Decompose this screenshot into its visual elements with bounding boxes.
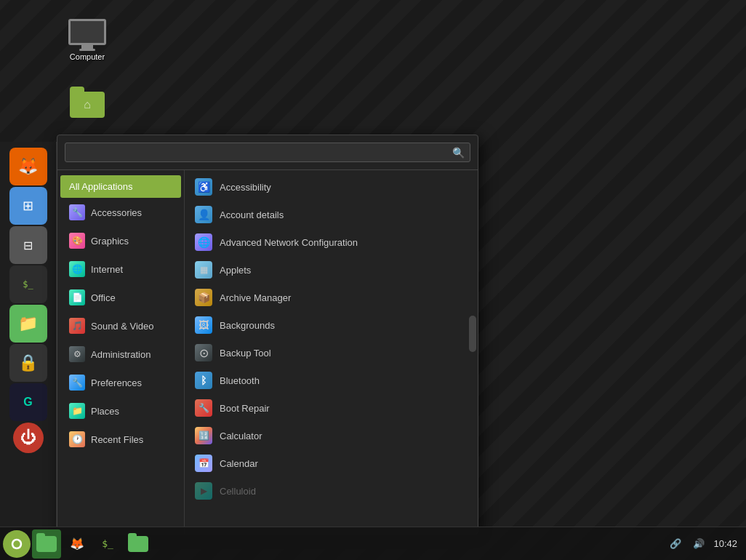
category-internet[interactable]: 🌐 Internet — [60, 255, 181, 283]
app-label: Accessibility — [220, 182, 271, 193]
search-input[interactable] — [65, 143, 470, 162]
app-item-calendar[interactable]: 📅 Calendar — [185, 449, 478, 477]
sidebar-icon-power[interactable]: ⏻ — [13, 423, 44, 453]
sidebar: 🦊 ⊞ ⊟ $_ 📁 🔒 G ⏻ — [0, 142, 57, 527]
taskbar-firefox[interactable]: 🦊 — [63, 529, 92, 559]
applets-app-icon: ▦ — [195, 261, 212, 279]
taskbar-files-green[interactable] — [32, 529, 61, 559]
desktop-icon-home[interactable] — [65, 87, 109, 122]
app-item-applets[interactable]: ▦ Applets — [185, 256, 478, 284]
app-item-backup[interactable]: ⊙ Backup Tool — [185, 339, 478, 367]
apps-list: ♿ Accessibility 👤 Account details 🌐 Adva… — [185, 170, 478, 534]
app-item-bluetooth[interactable]: ᛒ Bluetooth — [185, 367, 478, 394]
app-menu: 🔍 All Applications 🔧 Accessories 🎨 Graph… — [57, 135, 478, 535]
app-label: Account details — [220, 209, 284, 220]
category-label: Accessories — [91, 207, 142, 218]
app-item-backgrounds[interactable]: 🖼 Backgrounds — [185, 311, 478, 339]
recent-icon: 🕐 — [69, 431, 85, 447]
clock[interactable]: 10:42 — [713, 538, 737, 549]
admin-icon: ⚙ — [69, 346, 85, 362]
category-label: Preferences — [91, 377, 142, 388]
category-soundvideo[interactable]: 🎵 Sound & Video — [60, 312, 181, 340]
sidebar-icon-lock[interactable]: 🔒 — [9, 344, 47, 382]
backup-app-icon: ⊙ — [195, 344, 212, 361]
taskbar: 🦊 $_ 🔗 🔊 10:42 — [0, 527, 746, 560]
volume-tray-icon[interactable]: 🔊 — [690, 535, 707, 552]
app-item-celluloid[interactable]: ▶ Celluloid — [185, 477, 478, 505]
category-graphics[interactable]: 🎨 Graphics — [60, 227, 181, 255]
category-label: Internet — [91, 264, 123, 275]
menu-body: All Applications 🔧 Accessories 🎨 Graphic… — [57, 170, 478, 534]
search-bar: 🔍 — [57, 135, 478, 170]
calculator-app-icon: 🔢 — [195, 427, 212, 444]
category-places[interactable]: 📁 Places — [60, 397, 181, 425]
taskbar-terminal[interactable]: $_ — [93, 529, 122, 559]
scrollbar-thumb[interactable] — [469, 316, 476, 352]
start-menu-button[interactable] — [3, 530, 31, 558]
app-label: Applets — [220, 265, 251, 276]
sidebar-icon-files[interactable]: 📁 — [9, 305, 47, 343]
app-item-network[interactable]: 🌐 Advanced Network Configuration — [185, 228, 478, 256]
computer-label: Computer — [70, 52, 105, 61]
taskbar-left: 🦊 $_ — [0, 529, 153, 559]
app-label: Celluloid — [220, 486, 256, 497]
app-item-calculator[interactable]: 🔢 Calculator — [185, 422, 478, 449]
bluetooth-app-icon: ᛒ — [195, 372, 212, 389]
category-office[interactable]: 📄 Office — [60, 284, 181, 311]
search-icon: 🔍 — [452, 147, 465, 159]
category-label: All Applications — [69, 181, 132, 192]
places-icon: 📁 — [69, 403, 85, 419]
app-label: Backup Tool — [220, 348, 271, 359]
accessibility-app-icon: ♿ — [195, 178, 212, 196]
sidebar-icon-firefox[interactable]: 🦊 — [9, 148, 47, 185]
bootrepair-app-icon: 🔧 — [195, 399, 212, 417]
app-label: Boot Repair — [220, 403, 270, 414]
monitor-icon — [68, 19, 106, 49]
desktop-icon-computer[interactable]: Computer — [64, 15, 111, 65]
home-folder-icon — [70, 92, 105, 118]
prefs-icon: 🔧 — [69, 375, 85, 391]
celluloid-app-icon: ▶ — [195, 482, 212, 500]
accessories-icon: 🔧 — [69, 204, 85, 220]
network-app-icon: 🌐 — [195, 233, 212, 251]
category-label: Office — [91, 292, 116, 303]
category-label: Recent Files — [91, 434, 143, 445]
app-item-archive[interactable]: 📦 Archive Manager — [185, 284, 478, 311]
taskbar-files2[interactable] — [124, 529, 153, 559]
calendar-app-icon: 📅 — [195, 455, 212, 472]
app-item-bootrepair[interactable]: 🔧 Boot Repair — [185, 394, 478, 422]
taskbar-right: 🔗 🔊 10:42 — [667, 535, 746, 552]
archive-app-icon: 📦 — [195, 289, 212, 306]
category-recent[interactable]: 🕐 Recent Files — [60, 425, 181, 453]
category-label: Places — [91, 406, 119, 417]
sidebar-icon-ui[interactable]: ⊟ — [9, 226, 47, 264]
office-icon: 📄 — [69, 289, 85, 305]
app-label: Bluetooth — [220, 375, 260, 386]
app-item-accessibility[interactable]: ♿ Accessibility — [185, 173, 478, 201]
svg-point-2 — [13, 540, 20, 547]
sidebar-icon-grammarly[interactable]: G — [9, 383, 47, 421]
mint-logo-icon — [7, 535, 26, 553]
account-app-icon: 👤 — [195, 206, 212, 223]
category-label: Administration — [91, 349, 151, 360]
app-label: Advanced Network Configuration — [220, 237, 358, 248]
category-label: Graphics — [91, 236, 129, 247]
sidebar-icon-terminal[interactable]: $_ — [9, 265, 47, 303]
app-label: Calendar — [220, 458, 258, 469]
app-item-account[interactable]: 👤 Account details — [185, 201, 478, 228]
backgrounds-app-icon: 🖼 — [195, 316, 212, 334]
category-administration[interactable]: ⚙ Administration — [60, 340, 181, 368]
category-accessories[interactable]: 🔧 Accessories — [60, 199, 181, 226]
category-all[interactable]: All Applications — [60, 175, 181, 198]
network-tray-icon[interactable]: 🔗 — [667, 535, 684, 552]
graphics-icon: 🎨 — [69, 233, 85, 249]
sidebar-icon-grid[interactable]: ⊞ — [9, 187, 47, 225]
soundvideo-icon: 🎵 — [69, 318, 85, 334]
internet-icon: 🌐 — [69, 261, 85, 277]
category-preferences[interactable]: 🔧 Preferences — [60, 369, 181, 396]
category-list: All Applications 🔧 Accessories 🎨 Graphic… — [57, 170, 185, 534]
app-label: Backgrounds — [220, 320, 275, 331]
category-label: Sound & Video — [91, 321, 154, 332]
app-label: Calculator — [220, 431, 262, 441]
app-label: Archive Manager — [220, 292, 291, 303]
